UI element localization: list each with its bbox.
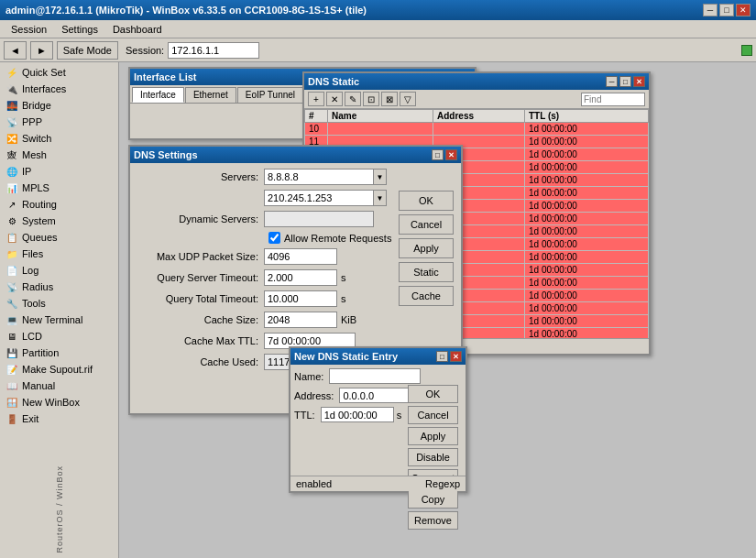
sidebar-item-radius[interactable]: 📡 Radius — [0, 279, 118, 295]
dns-settings-maximize[interactable]: □ — [432, 149, 444, 160]
dns-settings-titlebar[interactable]: DNS Settings □ ✕ — [130, 147, 461, 163]
new-dns-close[interactable]: ✕ — [450, 351, 462, 362]
menu-settings[interactable]: Settings — [54, 22, 105, 37]
dns-settings-title: DNS Settings — [134, 149, 198, 160]
sidebar-item-manual[interactable]: 📖 Manual — [0, 377, 118, 394]
new-dns-cancel-button[interactable]: Cancel — [408, 406, 458, 424]
mesh-icon: 🕸 — [5, 148, 18, 161]
servers-input[interactable] — [264, 169, 374, 185]
apply-button[interactable]: Apply — [399, 238, 454, 258]
dynamic-servers-input[interactable] — [264, 211, 374, 227]
title-text: admin@172.16.1.1 (MikroTik) - WinBox v6.… — [5, 5, 367, 16]
menu-session[interactable]: Session — [4, 22, 54, 37]
sidebar-item-files[interactable]: 📁 Files — [0, 246, 118, 262]
cell-ttl: 1d 00:00:00 — [525, 315, 649, 328]
sidebar-item-exit[interactable]: 🚪 Exit — [0, 410, 118, 427]
query-total-timeout-input[interactable] — [264, 290, 337, 307]
dns-remove-button[interactable]: ✕ — [326, 92, 343, 106]
sidebar-item-tools[interactable]: 🔧 Tools — [0, 295, 118, 312]
tab-ethernet[interactable]: Ethernet — [185, 87, 236, 103]
sidebar-item-terminal[interactable]: 💻 New Terminal — [0, 312, 118, 328]
dns-edit-button[interactable]: ✎ — [345, 92, 361, 106]
sidebar-item-queues[interactable]: 📋 Queues — [0, 229, 118, 246]
sidebar-item-lcd[interactable]: 🖥 LCD — [0, 328, 118, 345]
query-server-timeout-input[interactable] — [264, 269, 337, 286]
dns-filter-button[interactable]: ▽ — [400, 92, 416, 106]
dns-static-titlebar[interactable]: DNS Static ─ □ ✕ — [304, 73, 649, 90]
menu-dashboard[interactable]: Dashboard — [105, 22, 170, 37]
dns-disable-button[interactable]: ⊠ — [381, 92, 398, 106]
new-dns-disable-button[interactable]: Disable — [408, 448, 458, 466]
back-button[interactable]: ◄ — [4, 41, 27, 60]
mpls-icon: 📊 — [5, 181, 18, 194]
sidebar: ⚡ Quick Set 🔌 Interfaces 🌉 Bridge 📡 PPP … — [0, 62, 119, 558]
cancel-button[interactable]: Cancel — [399, 214, 454, 235]
sidebar-item-quickset[interactable]: ⚡ Quick Set — [0, 64, 118, 81]
sidebar-item-interfaces[interactable]: 🔌 Interfaces — [0, 81, 118, 97]
maximize-button[interactable]: □ — [719, 4, 734, 16]
dns-enable-button[interactable]: ⊡ — [363, 92, 379, 106]
max-udp-input[interactable] — [264, 248, 337, 265]
log-icon: 📄 — [5, 264, 18, 277]
sidebar-item-mesh[interactable]: 🕸 Mesh — [0, 147, 118, 163]
cache-max-ttl-label: Cache Max TTL: — [136, 335, 264, 346]
sidebar-item-system[interactable]: ⚙ System — [0, 213, 118, 229]
new-dns-titlebar[interactable]: New DNS Static Entry □ ✕ — [290, 348, 466, 365]
servers-input-group: ▼ — [264, 169, 387, 185]
sidebar-item-partition[interactable]: 💾 Partition — [0, 345, 118, 361]
new-name-input[interactable] — [329, 368, 421, 384]
dns-search-input[interactable] — [581, 93, 645, 106]
cache-size-row: Cache Size: KiB — [136, 312, 397, 328]
minimize-button[interactable]: ─ — [703, 4, 718, 16]
cell-ttl: 1d 00:00:00 — [525, 174, 649, 187]
sidebar-item-mpls[interactable]: 📊 MPLS — [0, 180, 118, 196]
sidebar-item-label: Switch — [22, 133, 51, 144]
sidebar-item-ip[interactable]: 🌐 IP — [0, 163, 118, 180]
dns-static-maximize[interactable]: □ — [619, 76, 631, 87]
tab-interface[interactable]: Interface — [132, 87, 184, 103]
sidebar-item-bridge[interactable]: 🌉 Bridge — [0, 97, 118, 114]
server2-arrow[interactable]: ▼ — [374, 190, 387, 206]
cache-size-unit: KiB — [341, 314, 356, 325]
session-input[interactable] — [168, 42, 259, 59]
sidebar-item-label: New WinBox — [22, 397, 80, 408]
allow-remote-row: Allow Remote Requests — [136, 232, 397, 244]
new-dns-ok-button[interactable]: OK — [408, 385, 458, 403]
sidebar-item-newwinbox[interactable]: 🪟 New WinBox — [0, 394, 118, 410]
tab-eoip[interactable]: EoIP Tunnel — [237, 87, 303, 103]
cell-ttl: 1d 00:00:00 — [525, 161, 649, 174]
sidebar-item-label: Exit — [22, 413, 38, 424]
dns-add-button[interactable]: + — [308, 92, 324, 106]
server2-input[interactable] — [264, 190, 374, 206]
sidebar-item-switch[interactable]: 🔀 Switch — [0, 130, 118, 147]
cell-ttl: 1d 00:00:00 — [525, 148, 649, 161]
cache-button[interactable]: Cache — [399, 286, 454, 306]
static-button[interactable]: Static — [399, 262, 454, 282]
new-dns-maximize[interactable]: □ — [436, 351, 448, 362]
dns-settings-close[interactable]: ✕ — [445, 149, 457, 160]
cache-size-input[interactable] — [264, 312, 337, 328]
sidebar-item-log[interactable]: 📄 Log — [0, 262, 118, 279]
ok-button[interactable]: OK — [399, 191, 454, 211]
sidebar-item-ppp[interactable]: 📡 PPP — [0, 114, 118, 130]
table-row[interactable]: 10 1d 00:00:00 — [305, 123, 649, 136]
new-dns-copy-button[interactable]: Copy — [408, 490, 458, 509]
sidebar-item-supout[interactable]: 📝 Make Supout.rif — [0, 361, 118, 377]
cell-name — [328, 123, 433, 136]
new-dns-apply-button[interactable]: Apply — [408, 427, 458, 445]
new-dns-remove-button[interactable]: Remove — [408, 511, 458, 530]
dns-static-title: DNS Static — [308, 76, 359, 87]
max-udp-label: Max UDP Packet Size: — [136, 251, 264, 262]
dns-static-close[interactable]: ✕ — [633, 76, 645, 87]
sidebar-item-routing[interactable]: ↗ Routing — [0, 196, 118, 213]
safe-mode-button[interactable]: Safe Mode — [57, 41, 118, 60]
forward-button[interactable]: ► — [30, 41, 53, 60]
allow-remote-checkbox[interactable] — [268, 232, 280, 244]
new-ttl-input[interactable] — [321, 407, 394, 422]
dns-static-minimize[interactable]: ─ — [606, 76, 618, 87]
col-name: Name — [328, 110, 433, 123]
switch-icon: 🔀 — [5, 132, 18, 145]
close-button[interactable]: ✕ — [736, 4, 751, 16]
cell-ttl: 1d 00:00:00 — [525, 328, 649, 339]
servers-arrow[interactable]: ▼ — [374, 169, 387, 185]
